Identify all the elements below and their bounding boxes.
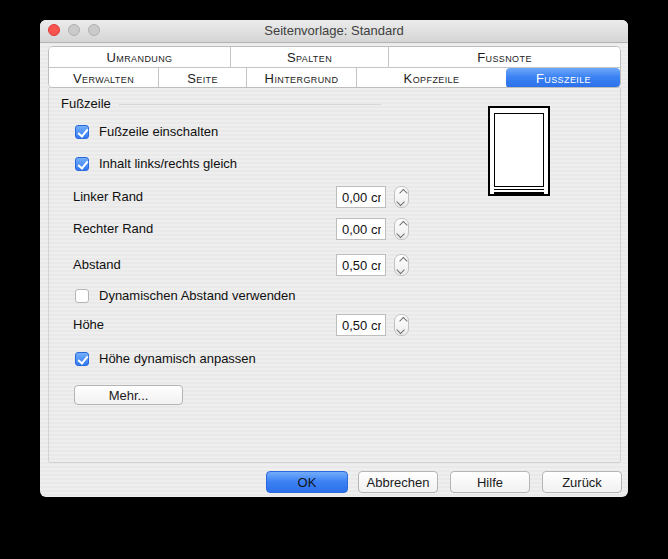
help-button[interactable]: Hilfe: [450, 471, 530, 493]
chevron-down-icon: [396, 197, 404, 205]
tab-row-2: Verwalten Seite Hintergrund Kopfzeile Fu…: [49, 68, 620, 88]
autofit-height-checkbox[interactable]: [75, 352, 89, 366]
same-content-label: Inhalt links/rechts gleich: [99, 156, 237, 172]
height-input[interactable]: [336, 314, 386, 336]
ok-button[interactable]: OK: [266, 471, 348, 493]
checkmark-icon: [77, 126, 88, 138]
footer-area-bar: [494, 192, 544, 195]
page-body-area: [494, 113, 544, 187]
page-style-dialog: Seitenvorlage: Standard Umrandung Spalte…: [40, 20, 628, 497]
left-margin-stepper[interactable]: [394, 186, 409, 208]
tab-spalten[interactable]: Spalten: [230, 47, 388, 67]
left-margin-input[interactable]: [336, 186, 386, 208]
dynamic-spacing-label: Dynamischen Abstand verwenden: [99, 288, 296, 304]
chevron-down-icon: [396, 265, 404, 273]
enable-footer-label: Fußzeile einschalten: [99, 124, 218, 140]
tab-verwalten[interactable]: Verwalten: [49, 68, 158, 88]
footer-separator-line: [494, 189, 544, 190]
checkmark-icon: [77, 158, 88, 170]
tab-hintergrund[interactable]: Hintergrund: [246, 68, 356, 88]
tab-strip: Umrandung Spalten Fussnote Verwalten Sei…: [48, 46, 621, 88]
chevron-up-icon: [399, 220, 407, 228]
left-margin-label: Linker Rand: [73, 189, 143, 205]
more-button[interactable]: Mehr...: [74, 385, 183, 405]
right-margin-label: Rechter Rand: [73, 221, 153, 237]
back-button[interactable]: Zurück: [542, 471, 622, 493]
footer-settings-panel: Fußzeile Fußzeile einschalten Inhalt lin…: [48, 87, 621, 463]
tab-fussnote[interactable]: Fussnote: [388, 47, 620, 67]
window-title: Seitenvorlage: Standard: [40, 20, 628, 42]
page-preview-thumbnail-icon: [488, 106, 550, 196]
chevron-down-icon: [396, 325, 404, 333]
group-label-footer: Fußzeile: [61, 96, 111, 111]
chevron-up-icon: [399, 316, 407, 324]
group-divider: [119, 104, 381, 105]
enable-footer-checkbox[interactable]: [75, 125, 89, 139]
spacing-input[interactable]: [336, 254, 386, 276]
spacing-stepper[interactable]: [394, 254, 409, 276]
tab-row-1: Umrandung Spalten Fussnote: [49, 47, 620, 68]
tab-fusszeile[interactable]: Fusszeile: [506, 68, 620, 88]
chevron-up-icon: [399, 256, 407, 264]
checkmark-icon: [77, 353, 88, 365]
right-margin-input[interactable]: [336, 218, 386, 240]
tab-kopfzeile[interactable]: Kopfzeile: [356, 68, 506, 88]
right-margin-stepper[interactable]: [394, 218, 409, 240]
tab-umrandung[interactable]: Umrandung: [49, 47, 230, 67]
titlebar[interactable]: Seitenvorlage: Standard: [40, 20, 628, 43]
tab-seite[interactable]: Seite: [158, 68, 246, 88]
autofit-height-label: Höhe dynamisch anpassen: [99, 351, 256, 367]
chevron-up-icon: [399, 188, 407, 196]
height-label: Höhe: [73, 317, 104, 333]
cancel-button[interactable]: Abbrechen: [358, 471, 438, 493]
chevron-down-icon: [396, 229, 404, 237]
same-content-checkbox[interactable]: [75, 157, 89, 171]
spacing-label: Abstand: [73, 257, 121, 273]
height-stepper[interactable]: [394, 314, 409, 336]
dynamic-spacing-checkbox[interactable]: [75, 289, 89, 303]
